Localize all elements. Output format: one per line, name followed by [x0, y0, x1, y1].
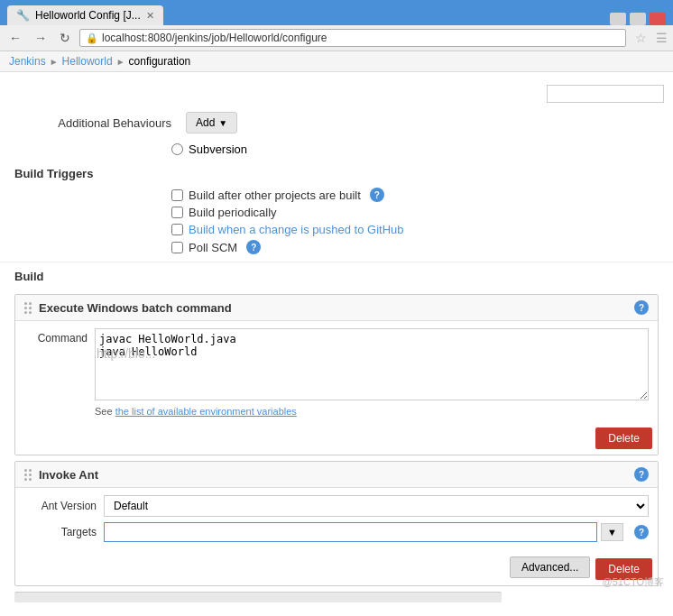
trigger-row-0: Build after other projects are built ? — [171, 186, 659, 204]
drag-handle-2[interactable] — [24, 469, 32, 481]
trigger-checkbox-1[interactable] — [171, 207, 183, 218]
build-triggers-heading: Build Triggers — [0, 160, 673, 184]
targets-help[interactable]: ? — [634, 525, 649, 539]
ant-version-select[interactable]: Default — [104, 495, 649, 517]
top-search-input[interactable] — [547, 85, 664, 103]
trigger-help-3[interactable]: ? — [246, 240, 261, 254]
bottom-scrollbar[interactable] — [14, 592, 502, 602]
subversion-radio[interactable] — [171, 143, 183, 155]
invoke-ant-title: Invoke Ant — [39, 468, 98, 482]
action-buttons: Save Apply — [0, 608, 673, 616]
command-field-row: Command — [24, 328, 649, 400]
env-vars-prefix: See — [95, 406, 115, 417]
build-triggers-section: Build after other projects are built ? B… — [0, 184, 673, 258]
refresh-btn[interactable]: ↻ — [56, 29, 74, 47]
breadcrumb-configuration: configuration — [129, 55, 191, 68]
breadcrumb-sep-2: ► — [116, 57, 125, 67]
trigger-checkbox-3[interactable] — [171, 242, 183, 253]
advanced-btn[interactable]: Advanced... — [510, 556, 590, 578]
close-btn[interactable] — [650, 13, 666, 25]
build-heading: Build — [0, 262, 673, 289]
address-box[interactable]: 🔒 localhost:8080/jenkins/job/Helloworld/… — [79, 29, 626, 47]
command-textarea[interactable] — [95, 328, 649, 400]
execute-windows-footer: Delete — [15, 424, 658, 455]
bookmark-icon[interactable]: ☆ — [635, 31, 647, 45]
execute-windows-help[interactable]: ? — [634, 300, 649, 315]
execute-windows-header: Execute Windows batch command ? — [15, 295, 658, 321]
menu-icon[interactable]: ☰ — [656, 31, 668, 45]
behaviours-row: Additional Behaviours Add ▼ — [0, 106, 673, 139]
targets-row: Targets ▼ ? — [24, 522, 649, 542]
ant-version-row: Ant Version Default — [24, 495, 649, 517]
trigger-row-1: Build periodically — [171, 204, 659, 221]
breadcrumb-sep-1: ► — [50, 57, 59, 67]
breadcrumb-jenkins[interactable]: Jenkins — [9, 55, 46, 68]
trigger-checkbox-0[interactable] — [171, 189, 183, 201]
browser-tab[interactable]: 🔧 Helloworld Config [J... ✕ — [7, 5, 163, 25]
back-btn[interactable]: ← — [5, 29, 25, 47]
env-vars-link[interactable]: the list of available environment variab… — [115, 406, 297, 417]
trigger-label-0: Build after other projects are built — [189, 188, 361, 202]
watermark: @51CTO博客 — [603, 575, 664, 589]
breadcrumb: Jenkins ► Helloworld ► configuration — [0, 51, 673, 72]
subversion-label: Subversion — [189, 143, 247, 156]
trigger-row-3: Poll SCM ? — [171, 238, 659, 256]
execute-windows-delete-btn[interactable]: Delete — [595, 428, 652, 449]
invoke-ant-footer: Delete Advanced... — [15, 555, 658, 585]
invoke-ant-body: Ant Version Default Targets ▼ ? — [15, 488, 658, 555]
lock-icon: 🔒 — [86, 32, 98, 44]
ant-version-label: Ant Version — [24, 500, 97, 512]
url-text: localhost:8080/jenkins/job/Helloworld/co… — [102, 32, 327, 44]
targets-input[interactable] — [104, 522, 597, 542]
targets-label: Targets — [24, 526, 97, 538]
trigger-label-1: Build periodically — [189, 206, 277, 219]
targets-input-group: ▼ — [104, 522, 623, 542]
add-btn-label: Add — [196, 116, 215, 129]
trigger-label-3: Poll SCM — [189, 241, 237, 254]
targets-dropdown-btn[interactable]: ▼ — [601, 523, 623, 541]
add-behaviour-btn[interactable]: Add ▼ — [186, 112, 237, 133]
address-bar: ← → ↻ 🔒 localhost:8080/jenkins/job/Hello… — [0, 25, 673, 51]
trigger-help-0[interactable]: ? — [370, 188, 384, 202]
execute-windows-body: Command http://blo... See the list of av… — [15, 321, 658, 424]
window-controls — [610, 13, 666, 25]
subversion-row: Subversion — [0, 139, 673, 160]
env-vars-link-row: See the list of available environment va… — [24, 406, 649, 417]
invoke-ant-header: Invoke Ant ? — [15, 462, 658, 488]
invoke-ant-help[interactable]: ? — [634, 467, 649, 482]
execute-windows-box: Execute Windows batch command ? Command … — [14, 294, 659, 455]
trigger-label-2: Build when a change is pushed to GitHub — [189, 223, 404, 236]
add-dropdown-icon: ▼ — [218, 118, 227, 128]
breadcrumb-helloworld[interactable]: Helloworld — [62, 55, 113, 68]
behaviours-label: Additional Behaviours — [27, 116, 171, 130]
drag-handle-1[interactable] — [24, 302, 32, 314]
tab-favicon: 🔧 — [16, 9, 30, 22]
command-label: Command — [24, 328, 88, 345]
execute-windows-title: Execute Windows batch command — [39, 301, 232, 315]
tab-title: Helloworld Config [J... — [35, 9, 141, 22]
minimize-btn[interactable] — [610, 13, 626, 25]
trigger-row-2: Build when a change is pushed to GitHub — [171, 221, 659, 238]
tab-close-btn[interactable]: ✕ — [146, 10, 154, 22]
trigger-checkbox-2[interactable] — [171, 224, 183, 235]
main-content: Additional Behaviours Add ▼ Subversion B… — [0, 72, 673, 616]
invoke-ant-box: Invoke Ant ? Ant Version Default Targets… — [14, 461, 659, 586]
maximize-btn[interactable] — [630, 13, 646, 25]
forward-btn[interactable]: → — [31, 29, 51, 47]
